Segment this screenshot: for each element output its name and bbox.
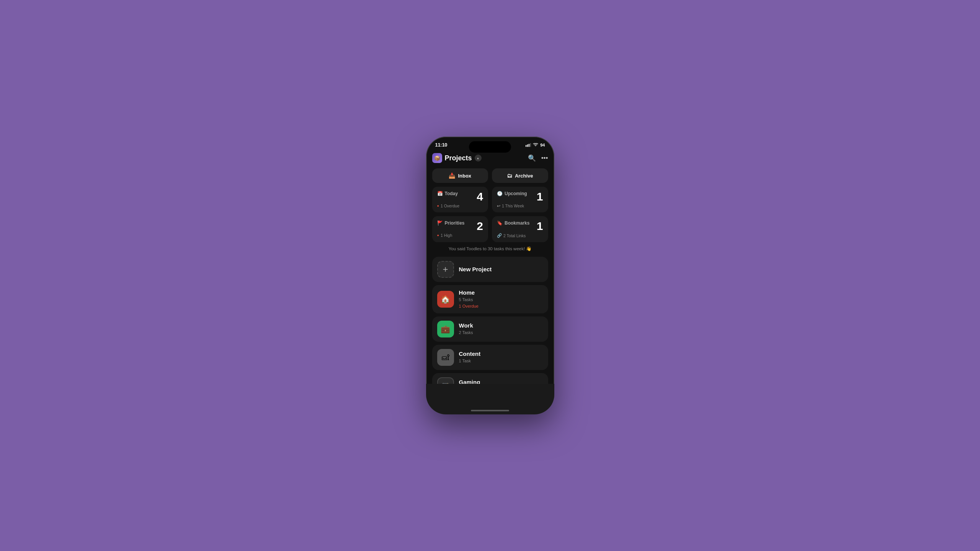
dynamic-island [469, 141, 511, 153]
svg-rect-0 [526, 145, 526, 147]
status-time: 11:10 [435, 142, 448, 148]
upcoming-count: 1 [537, 191, 543, 202]
content-project-name: Content [459, 350, 543, 357]
priorities-count: 2 [477, 220, 483, 232]
header-actions: 🔍 ••• [528, 154, 548, 162]
work-project-icon: 💼 [437, 321, 454, 337]
stat-card-upcoming[interactable]: 🕐 Upcoming 1 ↩ 1 This Week [492, 187, 548, 212]
today-icon: 📅 [437, 191, 443, 196]
work-project-meta: 2 Tasks [459, 329, 543, 336]
home-overdue: 1 Overdue [459, 304, 479, 308]
app-icon: 📦 [432, 153, 442, 163]
work-project-info: Work 2 Tasks [459, 322, 543, 336]
overdue-dot: ● [437, 204, 439, 208]
app-header: 📦 Projects ▲ 🔍 ••• [432, 150, 548, 168]
priorities-icon: 🚩 [437, 220, 443, 226]
stat-card-priorities[interactable]: 🚩 Priorities 2 ● 1 High [432, 216, 488, 242]
quick-buttons-row: 📥 Inbox 🗂 Archive [432, 168, 548, 183]
header-left: 📦 Projects ▲ [432, 153, 482, 163]
today-count: 4 [477, 191, 483, 202]
home-project-name: Home [459, 289, 543, 296]
upcoming-sub: 1 This Week [502, 204, 524, 208]
content-project-info: Content 1 Task [459, 350, 543, 364]
stats-grid: 📅 Today 4 ● 1 Overdue 🕐 Upcoming 1 [432, 187, 548, 242]
home-project-meta: 5 Tasks1 Overdue [459, 297, 543, 309]
inbox-button[interactable]: 📥 Inbox [432, 168, 488, 183]
more-options-icon[interactable]: ••• [541, 154, 548, 162]
upcoming-label: Upcoming [505, 191, 527, 196]
status-icons: 94 [526, 143, 545, 147]
inbox-label: Inbox [458, 173, 471, 179]
battery-level: 94 [540, 143, 545, 147]
screen-content[interactable]: 📦 Projects ▲ 🔍 ••• 📥 Inbox 🗂 Archive [426, 150, 554, 411]
archive-label: Archive [515, 173, 533, 179]
archive-icon: 🗂 [507, 173, 512, 179]
new-project-item[interactable]: + New Project [432, 257, 548, 282]
upcoming-arrow-icon: ↩ [497, 204, 500, 208]
high-priority-dot: ● [437, 233, 439, 237]
svg-rect-2 [529, 143, 529, 147]
bookmarks-label: Bookmarks [505, 220, 529, 226]
new-project-name: New Project [459, 266, 543, 272]
content-project-icon: 🛋 [437, 349, 454, 366]
phone-frame: 11:10 94 📦 [426, 137, 554, 414]
link-icon: 🔗 [497, 233, 502, 238]
inbox-icon: 📥 [449, 173, 455, 179]
home-project-info: Home 5 Tasks1 Overdue [459, 289, 543, 309]
signal-icon [526, 143, 531, 147]
bottom-bar [426, 384, 554, 414]
home-indicator [471, 410, 509, 411]
svg-rect-1 [527, 144, 528, 147]
motivational-text: You said Toodles to 30 tasks this week! … [432, 246, 548, 251]
today-sub: 1 Overdue [441, 204, 459, 208]
page-title: Projects [445, 154, 472, 162]
work-project-item[interactable]: 💼 Work 2 Tasks [432, 316, 548, 342]
stat-card-today[interactable]: 📅 Today 4 ● 1 Overdue [432, 187, 488, 212]
search-icon[interactable]: 🔍 [528, 154, 536, 162]
wifi-icon [533, 143, 538, 147]
archive-button[interactable]: 🗂 Archive [492, 168, 548, 183]
new-project-info: New Project [459, 266, 543, 273]
home-project-icon: 🏠 [437, 291, 454, 308]
today-label: Today [445, 191, 458, 196]
project-list: + New Project 🏠 Home 5 Tasks1 Overdue 💼 … [432, 257, 548, 398]
priorities-label: Priorities [445, 220, 465, 226]
bookmarks-icon: 🔖 [497, 220, 503, 226]
svg-rect-3 [530, 143, 531, 147]
work-project-name: Work [459, 322, 543, 329]
new-project-icon: + [437, 261, 454, 278]
content-project-item[interactable]: 🛋 Content 1 Task [432, 345, 548, 370]
upcoming-icon: 🕐 [497, 191, 503, 196]
content-project-meta: 1 Task [459, 358, 543, 364]
bookmarks-sub: 2 Total Links [503, 233, 526, 238]
priorities-sub: 1 High [441, 233, 452, 238]
title-chevron[interactable]: ▲ [475, 155, 482, 161]
bookmarks-count: 1 [537, 220, 543, 232]
stat-card-bookmarks[interactable]: 🔖 Bookmarks 1 🔗 2 Total Links [492, 216, 548, 242]
home-project-item[interactable]: 🏠 Home 5 Tasks1 Overdue [432, 285, 548, 313]
